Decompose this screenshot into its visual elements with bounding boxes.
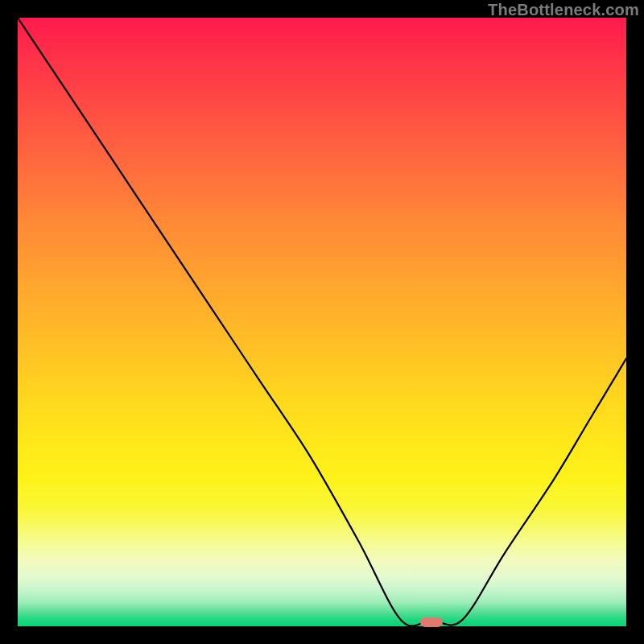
chart-gradient-background [18,18,626,626]
watermark-text: TheBottleneck.com [488,1,639,19]
chart-frame: TheBottleneck.com [0,0,644,644]
